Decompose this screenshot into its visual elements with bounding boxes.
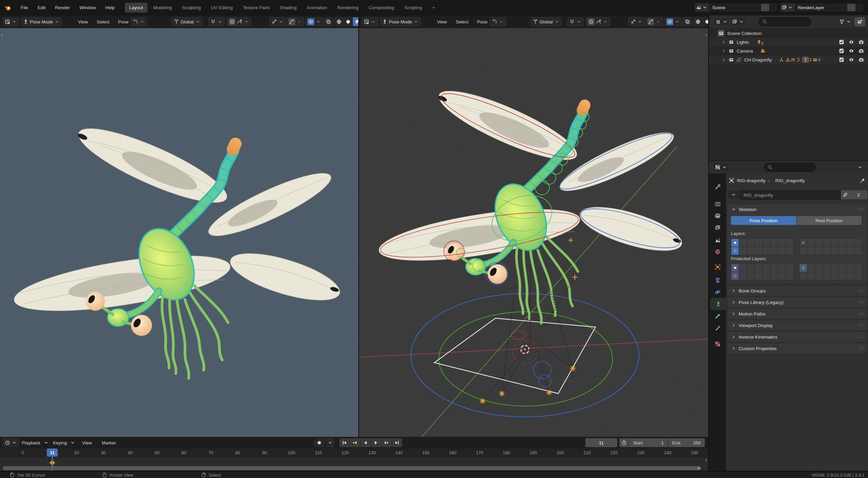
properties-tab-world[interactable] — [709, 246, 726, 258]
layer-cell[interactable] — [747, 272, 754, 280]
link-users-button[interactable] — [841, 190, 850, 199]
pivot-point-dropdown[interactable] — [628, 17, 645, 26]
filter-button[interactable] — [837, 17, 853, 26]
layer-cell[interactable] — [739, 247, 747, 255]
layer-cell[interactable] — [854, 239, 862, 247]
expand-arrow-icon[interactable] — [721, 48, 727, 54]
layer-cell[interactable] — [799, 272, 807, 280]
timeline-ruler[interactable]: 0203040506070809010011012013014015016017… — [0, 448, 708, 457]
auto-key-options-button[interactable] — [326, 438, 334, 447]
active-tool-dropdown[interactable] — [131, 17, 147, 26]
xray-toggle[interactable] — [324, 17, 333, 26]
properties-tab-object-data[interactable] — [710, 298, 726, 310]
viewport-left-canvas[interactable] — [0, 28, 358, 437]
pose-position-button[interactable]: Pose Position — [731, 216, 796, 225]
mode-dropdown[interactable]: Pose Mode — [21, 17, 62, 26]
playhead[interactable]: 11 — [47, 448, 58, 457]
disable-render-toggle[interactable] — [858, 39, 864, 45]
topbar-menu-edit[interactable]: Edit — [35, 5, 49, 10]
shading-material-preview-button[interactable] — [353, 17, 358, 26]
display-mode-button[interactable] — [730, 17, 746, 26]
layer-cell[interactable] — [815, 247, 823, 255]
layer-cell[interactable] — [847, 264, 854, 272]
properties-tab-scene[interactable] — [709, 234, 726, 247]
properties-tab-render[interactable] — [709, 198, 726, 210]
layer-cell[interactable] — [731, 264, 739, 272]
skeleton-panel-header[interactable]: Skeleton ∷∷ — [728, 205, 867, 214]
layer-cell[interactable] — [799, 239, 807, 247]
panel-motion-paths[interactable]: Motion Paths∷∷ — [728, 309, 867, 319]
view-menu[interactable]: View — [81, 438, 93, 447]
layer-cell[interactable] — [747, 239, 754, 247]
new-scene-button[interactable] — [761, 4, 769, 11]
sidebar-expand-chevron[interactable]: ‹ — [705, 32, 707, 37]
workspace-tab-shading[interactable]: Shading — [275, 3, 301, 13]
jump-to-start-button[interactable] — [339, 438, 350, 447]
transform-orientation-dropdown[interactable]: Global — [172, 17, 203, 26]
protected-grid-left[interactable] — [731, 264, 794, 280]
workspace-tab-texture-paint[interactable]: Texture Paint — [239, 3, 274, 13]
topbar-menu-file[interactable]: File — [18, 5, 31, 10]
timeline-expand-chevron[interactable]: ‹ — [705, 457, 707, 462]
layer-cell[interactable] — [839, 272, 846, 280]
layer-cell[interactable] — [755, 264, 762, 272]
layer-cell[interactable] — [854, 247, 862, 255]
panel-inverse-kinematics[interactable]: Inverse Kinematics∷∷ — [728, 332, 867, 342]
workspace-tab-animation[interactable]: Animation — [302, 3, 332, 13]
properties-tab-texture[interactable] — [709, 338, 726, 350]
start-frame-field[interactable]: Start1 — [629, 438, 668, 447]
view-layer-selector[interactable]: RenderLayer — [780, 3, 864, 12]
workspace-tab-compositing[interactable]: Compositing — [364, 3, 398, 13]
overlays-toggle[interactable] — [305, 17, 323, 26]
layer-cell[interactable] — [778, 247, 786, 255]
layer-cell[interactable] — [839, 247, 846, 255]
editor-type-button[interactable] — [3, 438, 19, 447]
layers-grid-left[interactable] — [731, 238, 794, 255]
layer-cell[interactable] — [739, 239, 747, 247]
expand-arrow-icon[interactable] — [721, 57, 727, 62]
panel-grip[interactable]: ∷∷ — [858, 288, 864, 293]
viewport-right-canvas[interactable] — [359, 28, 708, 437]
panel-grip[interactable]: ∷∷ — [858, 311, 864, 316]
layer-cell[interactable] — [755, 247, 762, 255]
outliner-row[interactable]: Lights3 — [709, 38, 868, 46]
unlink-scene-button[interactable] — [769, 4, 777, 11]
view-menu[interactable]: View — [77, 17, 89, 26]
properties-tab-object[interactable] — [709, 261, 726, 273]
layer-cell[interactable] — [815, 264, 823, 272]
active-tool-dropdown[interactable] — [490, 17, 506, 26]
users-count-button[interactable]: 2 — [850, 190, 867, 199]
breadcrumb-data[interactable]: RIG_dragonfly — [775, 178, 805, 183]
panel-grip[interactable]: ∷∷ — [858, 300, 864, 305]
layer-cell[interactable] — [799, 264, 807, 272]
layer-cell[interactable] — [854, 272, 862, 280]
shading-wireframe-button[interactable] — [694, 17, 702, 26]
layer-cell[interactable] — [755, 272, 762, 280]
jump-to-end-button[interactable] — [392, 438, 402, 447]
snap-button[interactable] — [567, 17, 584, 26]
hide-viewport-toggle[interactable] — [849, 39, 854, 45]
xray-toggle[interactable] — [683, 17, 692, 26]
gizmos-toggle[interactable] — [645, 17, 663, 26]
use-preview-range-button[interactable] — [619, 438, 629, 447]
select-menu[interactable]: Select — [95, 17, 111, 26]
layer-cell[interactable] — [847, 247, 854, 255]
layer-cell[interactable] — [763, 272, 770, 280]
properties-tab-physics[interactable] — [709, 286, 726, 298]
properties-tab-bone[interactable] — [709, 310, 726, 322]
playhead-line[interactable] — [52, 457, 53, 471]
editor-type-button[interactable] — [3, 17, 19, 26]
topbar-menu-window[interactable]: Window — [76, 5, 99, 10]
layer-cell[interactable] — [823, 239, 830, 247]
id-name-field[interactable]: RIG_dragonfly — [740, 190, 841, 200]
transform-orientation-dropdown[interactable]: Global — [531, 17, 562, 26]
layer-cell[interactable] — [747, 247, 754, 255]
layer-cell[interactable] — [823, 264, 830, 272]
layer-cell[interactable] — [786, 239, 794, 247]
workspace-tab-uv-editing[interactable]: UV Editing — [207, 3, 237, 13]
layer-cell[interactable] — [799, 247, 807, 255]
new-collection-button[interactable] — [855, 17, 865, 26]
properties-tab-constraints[interactable] — [709, 274, 726, 286]
layer-cell[interactable] — [778, 272, 786, 280]
layer-cell[interactable] — [823, 247, 830, 255]
